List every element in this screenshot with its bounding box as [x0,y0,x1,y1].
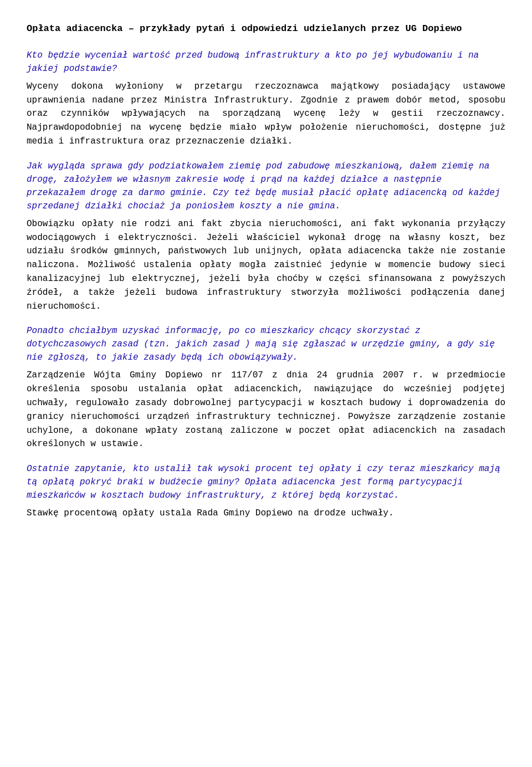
question-3: Ponadto chciałbym uzyskać informację, po… [27,324,505,364]
question-1: Kto będzie wyceniał wartość przed budową… [27,49,505,75]
question-4: Ostatnie zapytanie, kto ustalił tak wyso… [27,462,505,502]
page-container: Opłata adiacencka – przykłady pytań i od… [27,22,505,520]
page-title: Opłata adiacencka – przykłady pytań i od… [27,22,505,35]
answer-3: Zarządzenie Wójta Gminy Dopiewo nr 117/0… [27,369,505,451]
section-q3: Ponadto chciałbym uzyskać informację, po… [27,324,505,451]
question-2: Jak wygląda sprawa gdy podziatkowałem zi… [27,160,505,213]
section-q4: Ostatnie zapytanie, kto ustalił tak wyso… [27,462,505,520]
answer-4: Stawkę procentową opłaty ustala Rada Gmi… [27,507,505,520]
section-q2: Jak wygląda sprawa gdy podziatkowałem zi… [27,160,505,314]
section-q1: Kto będzie wyceniał wartość przed budową… [27,49,505,149]
answer-2: Obowiązku opłaty nie rodzi ani fakt zbyc… [27,217,505,314]
answer-1: Wyceny dokona wyłoniony w przetargu rzec… [27,80,505,149]
